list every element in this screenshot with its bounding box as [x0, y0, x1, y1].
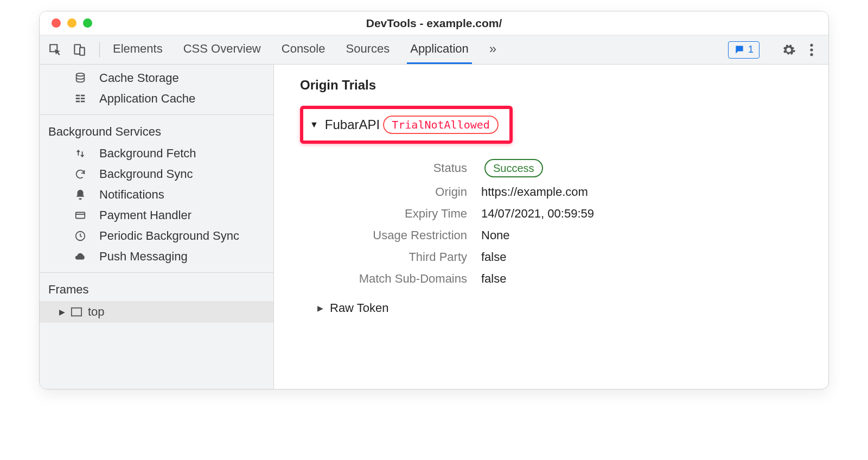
sidebar-item-label: Push Messaging — [99, 250, 188, 264]
match-subdomains-value: false — [481, 272, 802, 286]
minimize-window-button[interactable] — [67, 18, 76, 28]
svg-rect-10 — [76, 101, 80, 103]
close-window-button[interactable] — [52, 18, 61, 28]
sidebar-heading-frames: Frames — [40, 276, 273, 301]
clock-icon — [73, 230, 87, 242]
grid-icon — [73, 93, 87, 105]
chevron-double-right-icon: » — [489, 41, 496, 56]
usage-label: Usage Restriction — [304, 228, 467, 242]
inspect-element-button[interactable] — [46, 41, 65, 59]
database-icon — [73, 72, 87, 84]
svg-point-5 — [76, 73, 85, 76]
sidebar-item-label: Cache Storage — [99, 71, 179, 85]
third-party-label: Third Party — [304, 250, 467, 264]
sidebar-frame-top[interactable]: ▶ top — [40, 301, 273, 323]
expiry-value: 14/07/2021, 00:59:59 — [481, 207, 802, 221]
match-subdomains-label: Match Sub-Domains — [304, 272, 467, 286]
traffic-lights — [40, 18, 92, 28]
raw-token-label: Raw Token — [330, 301, 388, 315]
tab-label: CSS Overview — [183, 42, 261, 56]
panel-tabs: Elements CSS Overview Console Sources Ap… — [105, 35, 500, 64]
trial-status-badge: TrialNotAllowed — [383, 116, 499, 134]
svg-rect-15 — [72, 308, 81, 316]
sidebar-item-label: Periodic Background Sync — [99, 229, 239, 243]
tab-label: Console — [282, 42, 326, 56]
svg-rect-12 — [76, 213, 85, 219]
gear-icon — [782, 43, 796, 57]
cloud-icon — [73, 251, 87, 263]
tab-sources[interactable]: Sources — [342, 35, 393, 64]
tab-console[interactable]: Console — [278, 35, 329, 64]
sidebar-item-label: Application Cache — [99, 92, 195, 106]
credit-card-icon — [73, 209, 87, 221]
maximize-window-button[interactable] — [83, 18, 92, 28]
triangle-right-icon: ▶ — [59, 308, 65, 316]
tab-elements[interactable]: Elements — [110, 35, 166, 64]
triangle-right-icon: ▶ — [317, 304, 323, 312]
expiry-label: Expiry Time — [304, 207, 467, 221]
svg-rect-8 — [76, 98, 80, 99]
sidebar-item-payment-handler[interactable]: Payment Handler — [40, 205, 273, 226]
arrows-up-down-icon — [73, 148, 87, 159]
svg-rect-7 — [81, 95, 85, 97]
status-value-badge: Success — [484, 159, 543, 177]
sidebar: Cache Storage Application Cache Backgrou… — [40, 65, 274, 389]
sidebar-heading-background-services: Background Services — [40, 118, 273, 143]
svg-rect-9 — [81, 98, 85, 99]
more-tabs-button[interactable]: » — [486, 35, 500, 64]
bell-icon — [73, 189, 87, 201]
content-area: Cache Storage Application Cache Backgrou… — [40, 65, 828, 389]
status-label: Status — [304, 161, 467, 175]
toolbar: Elements CSS Overview Console Sources Ap… — [40, 35, 828, 65]
usage-value: None — [481, 228, 802, 242]
frame-label: top — [88, 305, 105, 319]
tab-label: Elements — [113, 42, 163, 56]
raw-token-toggle[interactable]: ▶ Raw Token — [317, 301, 802, 315]
sidebar-item-push-messaging[interactable]: Push Messaging — [40, 246, 273, 267]
third-party-value: false — [481, 250, 802, 264]
svg-point-3 — [810, 48, 813, 51]
origin-label: Origin — [304, 185, 467, 199]
sidebar-item-notifications[interactable]: Notifications — [40, 184, 273, 205]
sidebar-item-label: Background Fetch — [99, 146, 196, 161]
main-panel: Origin Trials ▼ FubarAPI TrialNotAllowed… — [274, 65, 828, 389]
sync-icon — [73, 168, 87, 180]
trial-name: FubarAPI — [325, 117, 380, 132]
svg-rect-6 — [76, 95, 80, 97]
tab-label: Application — [410, 42, 469, 56]
frame-icon — [71, 306, 82, 317]
issues-badge[interactable]: 1 — [728, 41, 760, 59]
sidebar-item-background-fetch[interactable]: Background Fetch — [40, 143, 273, 164]
svg-rect-1 — [80, 47, 85, 55]
panel-heading: Origin Trials — [300, 78, 802, 93]
issues-count: 1 — [748, 44, 754, 55]
more-options-button[interactable] — [802, 41, 821, 59]
svg-rect-11 — [81, 101, 85, 103]
tab-label: Sources — [346, 42, 390, 56]
sidebar-item-label: Payment Handler — [99, 208, 192, 222]
origin-trial-row-highlighted[interactable]: ▼ FubarAPI TrialNotAllowed — [300, 106, 513, 144]
window-title: DevTools - example.com/ — [366, 17, 502, 30]
trial-details-table: Status Success Origin https://example.co… — [304, 159, 802, 286]
kebab-icon — [809, 43, 814, 57]
toolbar-separator — [99, 42, 100, 58]
svg-point-2 — [810, 43, 813, 46]
sidebar-item-label: Background Sync — [99, 167, 193, 181]
tab-css-overview[interactable]: CSS Overview — [180, 35, 264, 64]
svg-point-4 — [810, 53, 813, 56]
titlebar: DevTools - example.com/ — [40, 11, 828, 35]
origin-value: https://example.com — [481, 185, 802, 199]
sidebar-item-cache-storage[interactable]: Cache Storage — [40, 68, 273, 88]
sidebar-item-application-cache[interactable]: Application Cache — [40, 88, 273, 109]
sidebar-item-periodic-sync[interactable]: Periodic Background Sync — [40, 226, 273, 246]
device-toolbar-button[interactable] — [70, 41, 88, 59]
triangle-down-icon: ▼ — [310, 120, 318, 130]
tab-application[interactable]: Application — [407, 35, 472, 64]
settings-button[interactable] — [780, 41, 798, 59]
devtools-window: DevTools - example.com/ Elements CSS Ove… — [39, 11, 829, 389]
sidebar-item-background-sync[interactable]: Background Sync — [40, 164, 273, 184]
chat-icon — [734, 44, 745, 55]
sidebar-item-label: Notifications — [99, 188, 164, 202]
